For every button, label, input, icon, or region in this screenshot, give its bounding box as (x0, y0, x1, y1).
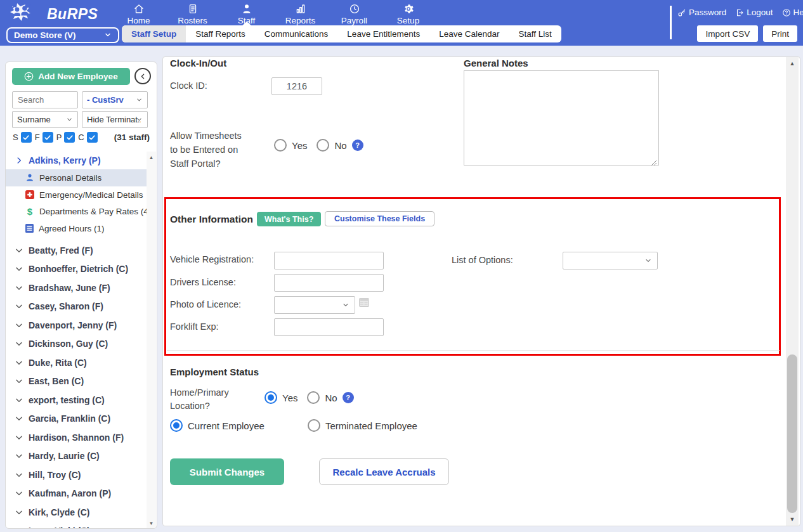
tab-staff-setup[interactable]: Staff Setup (122, 25, 186, 42)
employee-row[interactable]: Hardy, Laurie (C) (6, 446, 148, 465)
print-button[interactable]: Print (763, 25, 797, 42)
section-label: Emergency/Medical Details (39, 190, 143, 200)
employee-row[interactable]: Beatty, Fred (F) (6, 241, 148, 260)
flag-label: P (56, 133, 62, 142)
main-scrollbar[interactable]: ▲ ▼ (786, 57, 799, 526)
home-location-no-radio[interactable] (307, 391, 320, 404)
tab-staff-list[interactable]: Staff List (509, 25, 561, 42)
nav-item-label: Rosters (178, 16, 207, 25)
home-location-help-icon[interactable]: ? (343, 392, 354, 403)
employee-row[interactable]: Bradshaw, June (F) (6, 278, 148, 297)
vehicle-registration-input[interactable] (274, 252, 384, 269)
scrollbar-thumb[interactable] (787, 354, 797, 513)
chevron-right-icon (15, 156, 23, 165)
flag-c: C (78, 132, 97, 143)
chevron-down-icon (342, 301, 349, 309)
employee-row[interactable]: Lang, Vicki (C) (6, 521, 148, 529)
drivers-license-input[interactable] (274, 274, 384, 292)
chevron-down-icon (15, 283, 23, 292)
tab-leave-calendar[interactable]: Leave Calendar (429, 25, 509, 42)
people-burst-icon (9, 2, 42, 26)
chevron-down-icon (15, 414, 23, 423)
scroll-up-icon[interactable]: ▲ (147, 153, 156, 162)
current-employee-radio[interactable] (170, 419, 183, 432)
chevron-down-icon (15, 358, 23, 367)
flag-f-checkbox[interactable] (42, 132, 53, 143)
staff-type-filters: S F P C (31 staff) (13, 132, 152, 143)
home-location-yes-radio[interactable] (264, 391, 277, 404)
logout-icon (735, 8, 744, 17)
submit-changes-button[interactable]: Submit Changes (170, 458, 284, 485)
app-logo[interactable]: BuRPS (9, 3, 120, 25)
employee-row[interactable]: Garcia, Franklin (C) (6, 409, 148, 428)
top-header: BuRPS Demo Store (V) Home Rosters Staff … (0, 0, 803, 46)
flag-p-checkbox[interactable] (64, 132, 75, 143)
employee-row[interactable]: Hardison, Shannon (F) (6, 428, 148, 447)
nav-item-home[interactable]: Home (112, 3, 166, 25)
flag-c-checkbox[interactable] (87, 132, 98, 143)
employee-row[interactable]: Hill, Troy (C) (6, 465, 148, 484)
password-link[interactable]: Password (677, 8, 726, 17)
employee-row[interactable]: Dickinson, Guy (C) (6, 334, 148, 353)
chevron-down-icon (15, 321, 23, 330)
employee-row[interactable]: Davenport, Jenny (F) (6, 316, 148, 335)
scroll-down-icon[interactable]: ▼ (786, 514, 799, 524)
employee-row[interactable]: Kirk, Clyde (C) (6, 503, 148, 522)
customise-fields-button[interactable]: Customise These Fields (325, 211, 434, 226)
tab-staff-reports[interactable]: Staff Reports (186, 25, 255, 42)
clock-id-input[interactable] (271, 77, 322, 95)
employee-row-expanded[interactable]: Adkins, Kerry (P) (6, 152, 148, 169)
terminated-filter-select[interactable]: Hide Terminat... (82, 111, 148, 128)
chevron-down-icon (15, 264, 23, 273)
help-link[interactable]: Help (782, 8, 803, 17)
flag-label: F (35, 133, 40, 142)
employee-row[interactable]: Duke, Rita (C) (6, 353, 148, 372)
photo-of-licence-label: Photo of Licence: (170, 299, 241, 309)
flag-s-checkbox[interactable] (21, 132, 32, 143)
terminated-employee-radio[interactable] (308, 419, 320, 432)
section-emergency-medical-details[interactable]: Emergency/Medical Details (6, 186, 148, 204)
department-filter-value: - CustSrv (87, 95, 124, 105)
employee-name: Duke, Rita (C) (29, 358, 87, 368)
employee-row[interactable]: Casey, Sharon (F) (6, 297, 148, 316)
nav-item-rosters[interactable]: Rosters (166, 3, 219, 25)
import-csv-button[interactable]: Import CSV (697, 25, 758, 42)
list-of-options-select[interactable] (563, 252, 658, 269)
employee-row[interactable]: Kaufman, Aaron (P) (6, 484, 148, 503)
tab-leave-entitlements[interactable]: Leave Entitlements (337, 25, 429, 42)
nav-item-payroll[interactable]: Payroll (327, 3, 381, 25)
employee-name: Beatty, Fred (F) (29, 245, 93, 256)
sidebar-scrollbar[interactable]: ▲ ▼ (147, 152, 156, 529)
employee-row[interactable]: export, testing (C) (6, 391, 148, 410)
timesheets-help-icon[interactable]: ? (352, 139, 363, 151)
section-label: Personal Details (39, 173, 101, 183)
timesheets-no-radio[interactable] (317, 139, 329, 152)
store-selector[interactable]: Demo Store (V) (6, 27, 119, 43)
header-divider (670, 6, 672, 39)
nav-item-reports[interactable]: Reports (273, 3, 327, 25)
employee-row[interactable]: Bonhoeffer, Dietrich (C) (6, 259, 148, 278)
photo-of-licence-select[interactable] (274, 296, 355, 314)
nav-item-setup[interactable]: Setup (381, 3, 435, 25)
scroll-down-icon[interactable]: ▼ (147, 519, 156, 528)
logout-link[interactable]: Logout (735, 8, 773, 17)
recalc-leave-accruals-button[interactable]: Recalc Leave Accruals (319, 458, 449, 485)
section-departments-pay-rates-4[interactable]: $ Departments & Pay Rates (4) (6, 203, 148, 220)
scroll-up-icon[interactable]: ▲ (786, 58, 799, 68)
tab-communications[interactable]: Communications (255, 25, 338, 42)
general-notes-textarea[interactable] (464, 70, 659, 165)
section-personal-details[interactable]: Personal Details (6, 169, 148, 186)
forklift-exp-input[interactable] (274, 318, 384, 336)
collapse-sidebar-button[interactable] (134, 68, 151, 84)
department-filter-select[interactable]: - CustSrv (82, 91, 148, 108)
employee-name: Bradshaw, June (F) (29, 283, 110, 293)
add-new-employee-button[interactable]: Add New Employee (12, 68, 130, 85)
employee-row[interactable]: East, Ben (C) (6, 372, 148, 391)
section-agreed-hours-1[interactable]: Agreed Hours (1) (6, 220, 148, 237)
photo-preview-icon[interactable] (359, 298, 369, 307)
sort-select[interactable]: Surname (12, 111, 78, 128)
plus-circle-icon (24, 72, 34, 81)
timesheets-yes-radio[interactable] (274, 139, 287, 152)
whats-this-button[interactable]: What's This? (257, 212, 321, 226)
search-input[interactable] (12, 91, 78, 108)
